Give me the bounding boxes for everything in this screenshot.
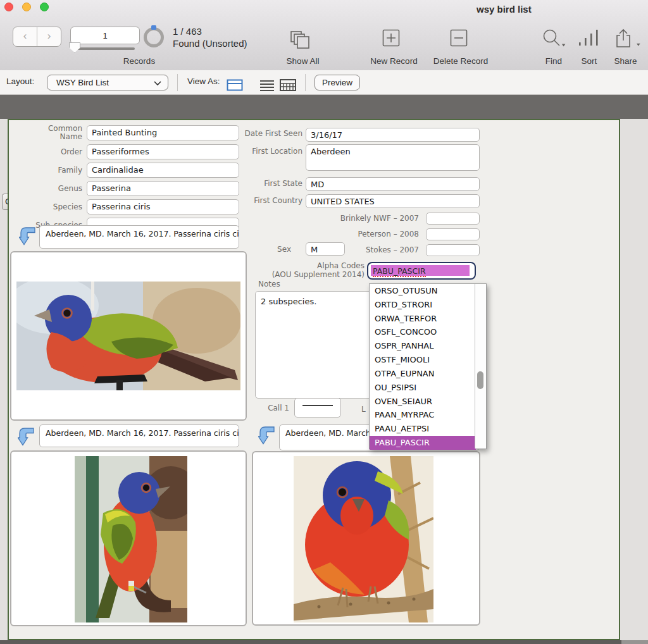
order-label: Order (24, 148, 82, 156)
window-bottom-edge (0, 640, 621, 644)
dropdown-item[interactable]: ORWA_TERFOR (370, 312, 476, 326)
bird-photo-profile[interactable] (16, 282, 240, 390)
dropdown-item[interactable]: ORTD_STRORI (370, 298, 476, 312)
dropdown-item[interactable]: OU_PSIPSI (370, 381, 476, 395)
sex-field[interactable]: M (306, 242, 345, 256)
insert-picture-arrow-icon[interactable] (258, 425, 275, 445)
divider (177, 74, 178, 91)
family-field[interactable]: Cardinalidae (87, 163, 239, 178)
alpha-codes-sublabel: (AOU Supplement 2014) (263, 271, 364, 279)
dropdown-item[interactable]: PAAU_AETPSI (370, 422, 476, 436)
found-fraction: 1 / 463 (173, 26, 202, 37)
dropdown-item-selected[interactable]: PABU_PASCIR (370, 436, 476, 450)
dropdown-item[interactable]: ORSO_OTUSUN (370, 284, 476, 298)
list-view-icon[interactable] (259, 79, 275, 91)
call1-label: Call 1 (263, 404, 289, 412)
script-button-strip: Open Info File Cornell Bird Guide Montgo… (0, 95, 648, 119)
record-number-input[interactable] (70, 27, 140, 44)
dropdown-item[interactable]: OTPA_EUPNAN (370, 367, 476, 381)
dropdown-item[interactable]: OSFL_CONCOO (370, 325, 476, 339)
found-progress-marker-icon (151, 25, 156, 30)
first-location-label: First Location (233, 147, 302, 156)
first-state-label: First State (233, 180, 302, 188)
brinkely-nwf-field[interactable] (426, 213, 480, 225)
delete-record-minus-icon[interactable] (450, 29, 468, 47)
delete-record-button[interactable]: Delete Record (429, 56, 492, 66)
window-title: wsy bird list (477, 4, 532, 15)
record-slider-thumb[interactable] (69, 42, 80, 53)
insert-picture-arrow-icon[interactable] (19, 226, 35, 246)
divider (305, 74, 306, 91)
photo-caption-top-left[interactable]: Aberdeen, MD. March 16, 2017. Passerina … (39, 225, 239, 249)
first-country-label: First Country (233, 197, 302, 205)
order-field[interactable]: Passeriformes (87, 144, 239, 159)
record-nav-buttons[interactable]: ‹ › (13, 27, 61, 47)
family-label: Family (24, 166, 82, 175)
peterson-field[interactable] (426, 228, 480, 240)
sort-button[interactable]: Sort (576, 56, 602, 66)
species-label: Species (24, 203, 82, 211)
window-bottom-corner (621, 640, 648, 644)
show-all-button[interactable]: Show All (276, 56, 330, 66)
next-record-icon[interactable]: › (37, 27, 61, 46)
partially-hidden-label: L (361, 405, 366, 414)
first-state-field[interactable]: MD (306, 177, 480, 191)
dropdown-scrollbar[interactable] (475, 284, 486, 449)
dropdown-scrollbar-thumb[interactable] (477, 371, 483, 389)
first-location-field[interactable]: Aberdeen (306, 144, 480, 171)
minimize-icon[interactable] (22, 3, 31, 11)
call1-audio-field[interactable] (294, 398, 341, 418)
alpha-codes-label: Alpha Codes (263, 262, 364, 270)
layout-label: Layout: (6, 77, 34, 86)
dropdown-item[interactable]: OVEN_SEIAUR (370, 395, 476, 409)
table-view-icon[interactable] (280, 79, 296, 91)
records-label: Records (111, 56, 168, 66)
layout-select[interactable]: WSY Bird List (47, 75, 168, 90)
peterson-label: Peterson – 2008 (324, 230, 419, 238)
first-country-field[interactable]: UNITED STATES (306, 194, 480, 208)
bird-photo-feeder[interactable] (75, 456, 187, 622)
found-status: Found (Unsorted) (173, 38, 247, 49)
alpha-codes-dropdown: ORSO_OTUSUN ORTD_STRORI ORWA_TERFOR OSFL… (369, 283, 487, 449)
found-progress-donut-icon (144, 27, 164, 47)
alpha-codes-field[interactable]: PABU_PASCIR (367, 262, 476, 280)
sex-label: Sex (271, 245, 291, 254)
dropdown-item[interactable]: PAAN_MYRPAC (370, 408, 476, 422)
brinkely-nwf-label: Brinkely NWF – 2007 (324, 214, 419, 223)
record-slider-track[interactable] (73, 47, 135, 50)
share-export-icon[interactable] (614, 28, 643, 49)
common-name-field[interactable]: Painted Bunting (87, 125, 239, 140)
sort-bars-icon[interactable] (577, 30, 599, 47)
share-button[interactable]: Share (611, 56, 640, 66)
alpha-codes-selection-highlight: PABU_PASCIR (371, 265, 470, 276)
show-all-stack-icon[interactable] (290, 30, 311, 49)
bird-photo-front[interactable] (294, 456, 433, 622)
genus-label: Genus (24, 185, 82, 193)
notes-label: Notes (258, 280, 284, 288)
layout-select-value: WSY Bird List (56, 78, 109, 87)
filemaker-window: wsy bird list ‹ › Records 1 / 463 Found … (0, 0, 648, 644)
find-magnifier-icon[interactable] (541, 28, 566, 49)
common-name-label: Common Name (43, 125, 82, 141)
close-icon[interactable] (4, 3, 13, 11)
species-field[interactable]: Passerina ciris (87, 199, 239, 214)
new-record-plus-icon[interactable] (382, 29, 400, 47)
dropdown-item[interactable]: OSPR_PANHAL (370, 339, 476, 353)
genus-field[interactable]: Passerina (87, 181, 239, 196)
dropdown-item[interactable]: OSTF_MIOOLI (370, 353, 476, 367)
stokes-field[interactable] (426, 244, 480, 256)
zoom-icon[interactable] (40, 3, 49, 11)
view-as-label: View As: (187, 77, 220, 86)
new-record-button[interactable]: New Record (364, 56, 424, 66)
form-view-icon[interactable] (227, 79, 243, 91)
insert-picture-arrow-icon[interactable] (18, 426, 34, 447)
window-chrome: wsy bird list ‹ › Records 1 / 463 Found … (0, 0, 648, 71)
audio-waveform-line-icon (302, 405, 333, 406)
chevron-down-icon (154, 80, 161, 86)
date-first-seen-field[interactable]: 3/16/17 (306, 128, 480, 142)
photo-caption-bottom-left[interactable]: Aberdeen, MD. March 16, 2017. Passerina … (39, 424, 239, 447)
preview-button[interactable]: Preview (315, 75, 360, 90)
alpha-codes-value: PABU_PASCIR (373, 266, 426, 277)
find-button[interactable]: Find (540, 56, 567, 66)
previous-record-icon[interactable]: ‹ (13, 27, 37, 46)
